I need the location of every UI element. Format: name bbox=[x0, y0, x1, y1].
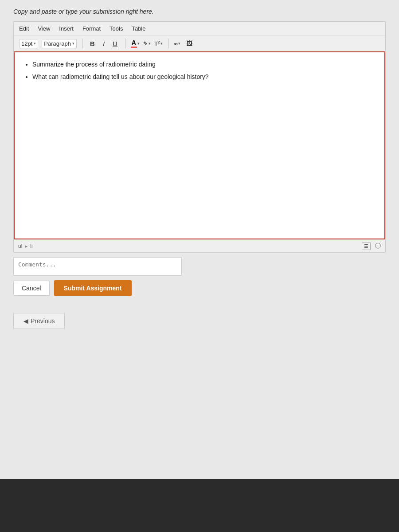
toolbar-divider-3 bbox=[168, 39, 168, 48]
font-color-underline bbox=[131, 47, 137, 48]
menu-edit[interactable]: Edit bbox=[19, 24, 29, 33]
instruction-text: Copy and paste or type your submission r… bbox=[13, 8, 386, 15]
font-color-chevron-icon: ▾ bbox=[137, 41, 140, 46]
highlight-button[interactable]: ✎ ▾ bbox=[143, 40, 151, 47]
underline-button[interactable]: U bbox=[110, 39, 120, 48]
media-icon: 🖼 bbox=[186, 40, 192, 47]
italic-button[interactable]: I bbox=[101, 39, 107, 48]
previous-button[interactable]: ◀ Previous bbox=[13, 313, 65, 329]
menu-tools[interactable]: Tools bbox=[110, 24, 123, 33]
special-chars-chevron-icon: ▾ bbox=[178, 41, 180, 46]
menu-table[interactable]: Table bbox=[132, 24, 145, 33]
menu-bar: Edit View Insert Format Tools Table bbox=[14, 22, 385, 36]
accessibility-icon[interactable]: ⓘ bbox=[375, 242, 381, 250]
toolbar: 12pt ▾ Paragraph ▾ B I U A ▾ bbox=[14, 36, 385, 51]
superscript-button[interactable]: T2 ▾ bbox=[154, 40, 163, 47]
font-size-value: 12pt bbox=[21, 40, 32, 47]
breadcrumb-bar: ul ► li ☰ ⓘ bbox=[14, 239, 385, 252]
editor-container: Edit View Insert Format Tools Table 12pt… bbox=[13, 21, 386, 253]
breadcrumb-icons: ☰ ⓘ bbox=[362, 242, 381, 250]
font-color-letter: A bbox=[132, 39, 136, 46]
media-button[interactable]: 🖼 bbox=[184, 39, 195, 48]
breadcrumb-ul: ul bbox=[18, 243, 22, 249]
paragraph-value: Paragraph bbox=[44, 40, 71, 47]
bullet-item-1: Summarize the process of radiometric dat… bbox=[32, 59, 376, 70]
font-size-select[interactable]: 12pt ▾ bbox=[19, 39, 38, 48]
comments-area bbox=[13, 257, 386, 276]
breadcrumb-li: li bbox=[30, 243, 32, 249]
editor-content[interactable]: Summarize the process of radiometric dat… bbox=[15, 52, 384, 239]
bottom-bar bbox=[0, 479, 399, 532]
previous-section: ◀ Previous bbox=[13, 309, 386, 329]
toolbar-divider-1 bbox=[82, 39, 82, 48]
special-chars-button[interactable]: ∞ ▾ bbox=[174, 40, 180, 47]
menu-format[interactable]: Format bbox=[82, 24, 101, 33]
cancel-button[interactable]: Cancel bbox=[13, 281, 50, 296]
bullet-item-2: What can radiometric dating tell us abou… bbox=[32, 72, 376, 82]
font-size-chevron-icon: ▾ bbox=[34, 41, 36, 46]
menu-insert[interactable]: Insert bbox=[59, 24, 74, 33]
highlight-icon: ✎ bbox=[143, 40, 148, 47]
special-chars-icon: ∞ bbox=[174, 40, 178, 47]
submit-assignment-button[interactable]: Submit Assignment bbox=[54, 280, 132, 296]
superscript-chevron-icon: ▾ bbox=[160, 41, 163, 46]
paragraph-select[interactable]: Paragraph ▾ bbox=[42, 39, 77, 48]
highlight-chevron-icon: ▾ bbox=[149, 41, 151, 46]
comments-input[interactable] bbox=[13, 257, 182, 276]
previous-label: Previous bbox=[31, 317, 55, 325]
paragraph-chevron-icon: ▾ bbox=[72, 41, 74, 46]
text-area-wrapper[interactable]: Summarize the process of radiometric dat… bbox=[14, 51, 385, 239]
bold-button[interactable]: B bbox=[88, 39, 97, 48]
font-color-button[interactable]: A ▾ bbox=[131, 39, 140, 48]
superscript-icon: T2 bbox=[154, 40, 160, 47]
previous-arrow-icon: ◀ bbox=[23, 317, 28, 325]
word-count-icon[interactable]: ☰ bbox=[362, 243, 371, 250]
action-buttons: Cancel Submit Assignment bbox=[13, 280, 386, 296]
breadcrumb-arrow-icon: ► bbox=[24, 244, 28, 249]
menu-view[interactable]: View bbox=[38, 24, 50, 33]
toolbar-divider-2 bbox=[125, 39, 125, 48]
